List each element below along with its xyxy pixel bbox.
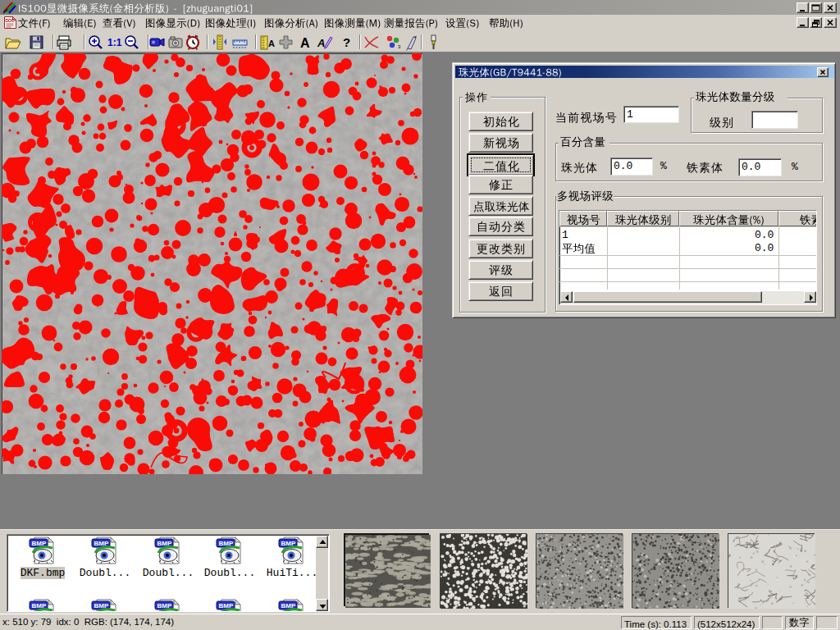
svg-text:?: ? (343, 35, 350, 49)
svg-text:1:1: 1:1 (107, 37, 122, 48)
svg-text:A: A (300, 36, 310, 50)
svg-text:A: A (268, 39, 275, 48)
svg-text:A: A (317, 37, 325, 49)
svg-text:DOC: DOC (6, 18, 16, 23)
svg-text:3: 3 (398, 44, 401, 49)
